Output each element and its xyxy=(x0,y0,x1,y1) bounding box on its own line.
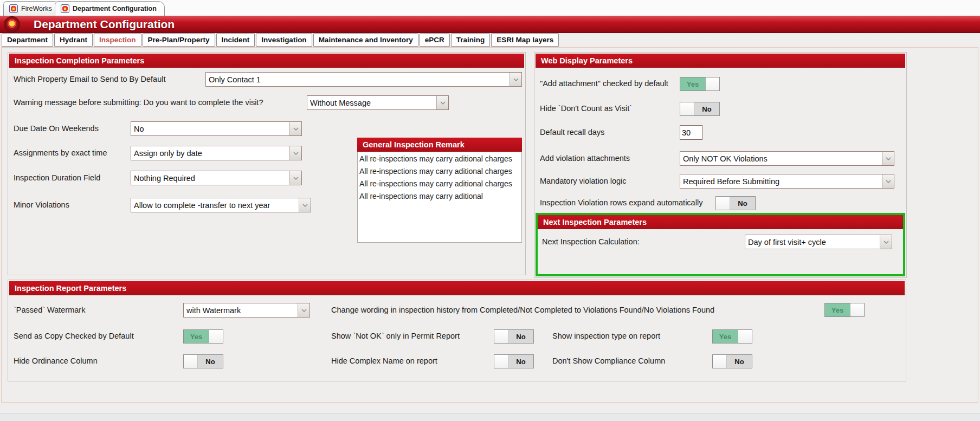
toggle-state-label: Yes xyxy=(184,330,209,343)
toggle-knob xyxy=(716,197,730,210)
window-tab-label: Department Configuration xyxy=(73,5,157,12)
tab-epcr[interactable]: ePCR xyxy=(420,33,450,47)
panel-inspection-report: Inspection Report Parameters `Passed` Wa… xyxy=(8,280,906,381)
show-not-ok-toggle[interactable]: No xyxy=(494,329,534,344)
chevron-down-icon xyxy=(510,73,521,86)
property-email-label: Which Property Email to Send to By Defau… xyxy=(14,75,165,83)
toggle-knob xyxy=(738,330,752,343)
toggle-state-label: No xyxy=(508,355,533,368)
toggle-knob xyxy=(209,330,223,343)
toggle-knob xyxy=(680,102,694,115)
rows-expand-label: Inspection Violation rows expand automat… xyxy=(540,198,702,207)
tab-esri-map-layers[interactable]: ESRI Map layers xyxy=(491,33,559,47)
select-value: with Watermark xyxy=(184,306,298,315)
module-tab-bar: Department Hydrant Inspection Pre-Plan/P… xyxy=(2,33,559,47)
chevron-down-icon xyxy=(289,146,301,160)
hide-complex-label: Hide Complex Name on report xyxy=(331,357,437,365)
tab-hydrant[interactable]: Hydrant xyxy=(54,33,93,47)
chevron-down-icon xyxy=(882,152,894,165)
panel-inspection-completion: Inspection Completion Parameters Which P… xyxy=(8,52,526,275)
window-tab-fireworks[interactable]: FireWorks xyxy=(3,1,60,16)
warning-message-select[interactable]: Without Message xyxy=(307,95,449,110)
toggle-state-label: Yes xyxy=(713,330,738,343)
toggle-knob xyxy=(705,77,719,90)
toggle-knob xyxy=(713,355,727,368)
show-type-toggle[interactable]: Yes xyxy=(712,329,752,344)
due-date-weekends-label: Due Date On Weekends xyxy=(14,124,99,133)
select-value: No xyxy=(131,125,289,133)
select-value: Assign only by date xyxy=(131,149,289,158)
toggle-knob xyxy=(494,355,508,368)
hide-dont-count-label: Hide `Don't Count as Visit` xyxy=(540,104,632,113)
select-value: Without Message xyxy=(307,99,436,107)
recall-days-input[interactable] xyxy=(680,125,702,140)
hide-ordinance-toggle[interactable]: No xyxy=(183,354,223,368)
section-header-web-display: Web Display Parameters xyxy=(536,54,905,68)
toggle-state-label: No xyxy=(198,355,223,368)
tab-investigation[interactable]: Investigation xyxy=(256,33,312,47)
tab-department[interactable]: Department xyxy=(2,33,53,47)
tab-pre-plan-property[interactable]: Pre-Plan/Property xyxy=(143,33,215,47)
fire-department-logo-icon xyxy=(4,17,20,32)
select-value: Only Contact 1 xyxy=(206,75,510,84)
section-header-next-inspection: Next Inspection Parameters xyxy=(538,215,903,229)
show-not-ok-label: Show `Not OK` only in Permit Report xyxy=(331,332,460,340)
section-header-inspection-report: Inspection Report Parameters xyxy=(9,281,905,295)
select-value: Nothing Required xyxy=(131,174,289,183)
violation-attachments-select[interactable]: Only NOT OK Violations xyxy=(680,151,894,166)
toggle-state-label: No xyxy=(508,330,533,343)
passed-watermark-select[interactable]: with Watermark xyxy=(183,303,310,318)
property-email-select[interactable]: Only Contact 1 xyxy=(205,72,522,87)
next-inspection-calculation-label: Next Inspection Calculation: xyxy=(542,237,640,246)
hide-ordinance-label: Hide Ordinance Column xyxy=(14,357,98,365)
tab-training[interactable]: Training xyxy=(451,33,491,47)
show-type-label: Show inspection type on report xyxy=(552,332,660,340)
dont-show-compliance-label: Don't Show Compliance Column xyxy=(552,357,665,365)
fireworks-app-icon xyxy=(61,4,69,13)
chevron-down-icon xyxy=(299,198,311,212)
page-title: Department Configuration xyxy=(34,18,175,31)
chevron-down-icon xyxy=(436,96,448,109)
toggle-knob xyxy=(850,303,864,316)
inspection-duration-select[interactable]: Nothing Required xyxy=(131,171,302,185)
change-wording-toggle[interactable]: Yes xyxy=(824,303,865,317)
tab-incident[interactable]: Incident xyxy=(216,33,255,47)
assignments-exact-time-label: Assignments by exact time xyxy=(14,148,107,157)
section-header-inspection-completion: Inspection Completion Parameters xyxy=(9,54,524,68)
window-tab-strip: FireWorks Department Configuration xyxy=(0,0,980,16)
panel-web-display: Web Display Parameters "Add attachment" … xyxy=(534,52,907,278)
minor-violations-select[interactable]: Allow to complete -transfer to next year xyxy=(131,198,311,212)
fireworks-app-icon xyxy=(9,4,18,13)
select-value: Day of first visit+ cycle xyxy=(745,238,880,247)
window-tab-label: FireWorks xyxy=(21,5,52,12)
add-attachment-label: "Add attachment" checked by default xyxy=(540,79,668,88)
send-copy-label: Send as Copy Checked by Default xyxy=(14,332,134,340)
general-inspection-remark-textarea[interactable]: All re-inspections may carry aditional c… xyxy=(357,152,522,243)
select-value: Allow to complete -transfer to next year xyxy=(131,201,299,210)
hide-complex-toggle[interactable]: No xyxy=(494,354,534,368)
dont-show-compliance-toggle[interactable]: No xyxy=(712,354,752,368)
chevron-down-icon xyxy=(289,122,301,135)
passed-watermark-label: `Passed` Watermark xyxy=(14,306,85,314)
status-bar xyxy=(0,413,980,421)
select-value: Only NOT OK Violations xyxy=(680,154,882,163)
toggle-state-label: No xyxy=(727,355,752,368)
due-date-weekends-select[interactable]: No xyxy=(131,121,302,136)
warning-message-label: Warning message before submitting: Do yo… xyxy=(14,98,263,107)
toggle-state-label: Yes xyxy=(680,77,705,90)
send-copy-toggle[interactable]: Yes xyxy=(183,329,223,344)
assignments-exact-time-select[interactable]: Assign only by date xyxy=(131,146,302,160)
select-value: Required Before Submitting xyxy=(680,177,882,186)
rows-expand-toggle[interactable]: No xyxy=(715,196,756,210)
add-attachment-toggle[interactable]: Yes xyxy=(680,77,720,91)
change-wording-label: Change wording in inspection history fro… xyxy=(331,306,714,314)
mandatory-logic-select[interactable]: Required Before Submitting xyxy=(680,174,894,189)
next-inspection-calculation-select[interactable]: Day of first visit+ cycle xyxy=(745,235,892,249)
tab-inspection[interactable]: Inspection xyxy=(94,33,141,47)
window-tab-department-configuration[interactable]: Department Configuration xyxy=(55,1,165,16)
tab-maintenance-inventory[interactable]: Maintenance and Inventory xyxy=(313,33,418,47)
toggle-knob xyxy=(494,330,508,343)
page-header: Department Configuration xyxy=(0,16,980,33)
inspection-duration-label: Inspection Duration Field xyxy=(14,173,100,182)
hide-dont-count-toggle[interactable]: No xyxy=(680,102,720,116)
